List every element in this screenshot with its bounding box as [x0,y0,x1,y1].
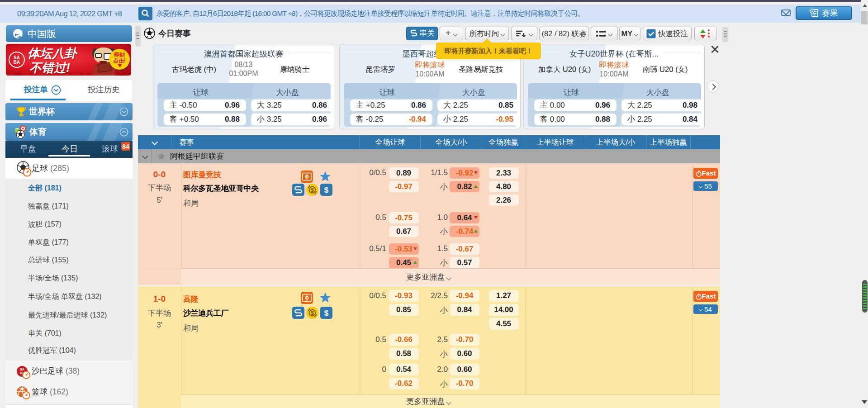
svg-text:$: $ [324,186,328,195]
svg-text:$: $ [311,310,314,316]
svg-text:$: $ [311,187,314,193]
svg-text:SA: SA [20,368,24,371]
svg-text:$: $ [324,308,328,317]
